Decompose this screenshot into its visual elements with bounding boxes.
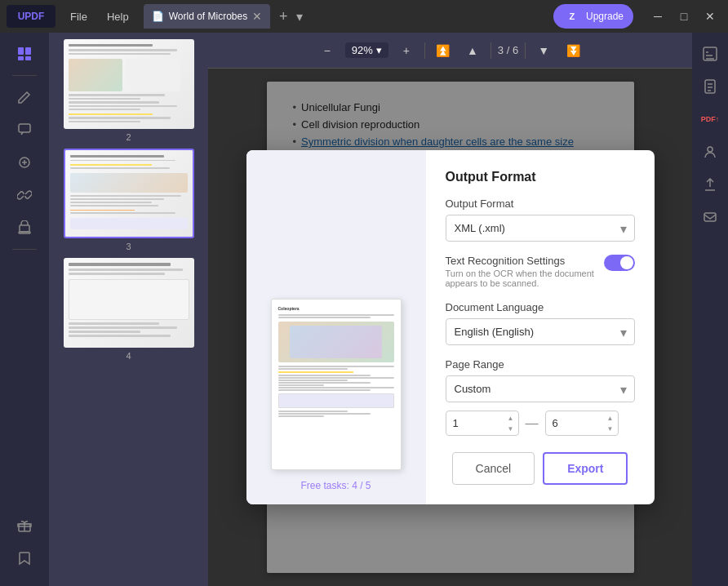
range-to-wrapper: ▲ ▼	[545, 411, 619, 436]
menu-file[interactable]: File	[62, 7, 95, 26]
svg-rect-7	[19, 232, 30, 233]
sidebar-icon-bookmark[interactable]	[8, 544, 41, 573]
lang-group: Document Language English (English) Chin…	[446, 301, 635, 345]
range-to-down[interactable]: ▼	[604, 424, 617, 434]
thumb-num-3: 3	[126, 242, 131, 251]
zoom-level: 92%	[352, 44, 373, 56]
lang-select-wrapper: English (English) Chinese (Simplified) F…	[446, 318, 635, 345]
page-indicator: 3 / 6	[498, 44, 518, 56]
svg-rect-1	[25, 47, 31, 55]
zoom-control[interactable]: 92% ▾	[345, 42, 388, 58]
svg-rect-0	[18, 47, 24, 55]
content-area: − 92% ▾ + ⏫ ▲ 3 / 6 ▼ ⏬	[208, 33, 692, 586]
tab-icon: 📄	[152, 11, 164, 22]
sidebar-icon-audio[interactable]	[8, 148, 41, 177]
modal-form: Output Format Output Format XML (.xml) P…	[426, 150, 655, 504]
zoom-dropdown-icon[interactable]: ▾	[376, 44, 382, 56]
thumb-num-2: 2	[126, 132, 131, 142]
right-sidebar: PDF↑	[692, 33, 728, 586]
sidebar-bottom	[8, 511, 41, 579]
thumb-img-2	[64, 39, 194, 129]
right-icon-user[interactable]	[694, 137, 726, 166]
nav-next-btn[interactable]: ▼	[532, 39, 555, 62]
thumbnail-3[interactable]: 3	[55, 149, 202, 251]
format-label: Output Format	[446, 198, 635, 210]
pdf-area: • Unicellular Fungi • Cell division repr…	[208, 69, 692, 586]
document-preview: Coleoptera	[271, 299, 402, 470]
range-to-up[interactable]: ▲	[604, 413, 617, 424]
active-tab[interactable]: 📄 World of Microbes ✕	[144, 4, 270, 29]
preview-image	[278, 322, 394, 362]
page-range-select[interactable]: All Pages Current Page Custom	[446, 375, 635, 402]
sidebar-icon-stamp[interactable]	[8, 213, 41, 242]
app-logo: UPDF	[7, 5, 55, 28]
titlebar-right: Z Upgrade ─ □ ✕	[553, 4, 721, 29]
tab-title: World of Microbes	[169, 11, 247, 22]
format-select[interactable]: XML (.xml) PDF (.pdf) Word (.docx) Excel…	[446, 215, 635, 242]
svg-rect-6	[20, 225, 29, 232]
thumb-img-3	[64, 149, 194, 238]
range-from-up[interactable]: ▲	[504, 413, 517, 424]
menu-bar: File Help	[62, 7, 137, 26]
main-layout: 2 3	[0, 33, 728, 586]
sidebar-divider-1	[12, 75, 37, 76]
ocr-info: Text Recognition Settings Turn on the OC…	[446, 255, 597, 288]
toolbar: − 92% ▾ + ⏫ ▲ 3 / 6 ▼ ⏬	[208, 33, 692, 69]
range-from-wrapper: ▲ ▼	[446, 411, 519, 436]
svg-rect-3	[25, 56, 31, 60]
minimize-btn[interactable]: ─	[646, 5, 669, 28]
svg-rect-2	[18, 56, 24, 60]
right-icon-doc[interactable]	[694, 72, 726, 101]
window-controls: ─ □ ✕	[646, 5, 721, 28]
thumb-num-4: 4	[126, 351, 131, 361]
range-from-arrows: ▲ ▼	[504, 411, 517, 436]
sidebar-icon-link[interactable]	[8, 180, 41, 210]
tab-dropdown-btn[interactable]: ▾	[296, 9, 303, 24]
zoom-out-btn[interactable]: −	[316, 39, 339, 62]
lang-select[interactable]: English (English) Chinese (Simplified) F…	[446, 318, 635, 345]
zoom-in-btn[interactable]: +	[395, 39, 418, 62]
range-from-down[interactable]: ▼	[504, 424, 517, 434]
nav-bottom-btn[interactable]: ⏬	[562, 39, 584, 62]
nav-prev-btn[interactable]: ▲	[461, 39, 484, 62]
modal-preview-panel: Coleoptera	[246, 150, 426, 504]
lang-label: Document Language	[446, 301, 635, 313]
tabs-container: 📄 World of Microbes ✕ + ▾	[144, 4, 553, 29]
tab-add-btn[interactable]: +	[273, 7, 293, 26]
thumbnails-panel: 2 3	[49, 33, 208, 586]
svg-point-11	[708, 147, 712, 152]
cancel-button[interactable]: Cancel	[452, 452, 535, 485]
range-to-arrows: ▲ ▼	[604, 411, 617, 436]
right-icon-pdf[interactable]: PDF↑	[694, 104, 726, 134]
sidebar-icon-pages[interactable]	[8, 39, 41, 69]
toolbar-separator-3	[525, 42, 526, 59]
right-icon-ocr[interactable]	[694, 39, 726, 69]
right-icon-mail[interactable]	[694, 202, 726, 232]
svg-rect-12	[704, 213, 716, 221]
tab-close-btn[interactable]: ✕	[252, 11, 262, 22]
nav-top-btn[interactable]: ⏫	[432, 39, 455, 62]
toolbar-separator-1	[424, 42, 425, 59]
sidebar-icon-comment[interactable]	[8, 115, 41, 144]
ocr-desc: Turn on the OCR when the document appear…	[446, 269, 597, 288]
toggle-knob	[620, 256, 633, 269]
close-btn[interactable]: ✕	[699, 5, 721, 28]
thumb-img-4	[64, 258, 194, 348]
thumbnail-2[interactable]: 2	[55, 39, 202, 142]
export-button[interactable]: Export	[543, 452, 628, 485]
ocr-toggle[interactable]	[604, 255, 635, 271]
modal-overlay: Coleoptera	[208, 69, 692, 586]
sidebar-icon-gift[interactable]	[8, 511, 41, 540]
sidebar-icon-edit[interactable]	[8, 82, 41, 112]
page-range-select-wrapper: All Pages Current Page Custom ▾	[446, 375, 635, 402]
range-dash: —	[526, 416, 539, 431]
export-modal: Coleoptera	[246, 150, 655, 504]
free-tasks-label: Free tasks: 4 / 5	[300, 480, 371, 491]
menu-help[interactable]: Help	[99, 7, 137, 26]
right-icon-share[interactable]	[694, 170, 726, 199]
left-sidebar	[0, 33, 49, 586]
maximize-btn[interactable]: □	[673, 5, 695, 28]
upgrade-button[interactable]: Z Upgrade	[553, 4, 633, 29]
sidebar-divider-2	[12, 249, 37, 250]
thumbnail-4[interactable]: 4	[55, 258, 202, 361]
